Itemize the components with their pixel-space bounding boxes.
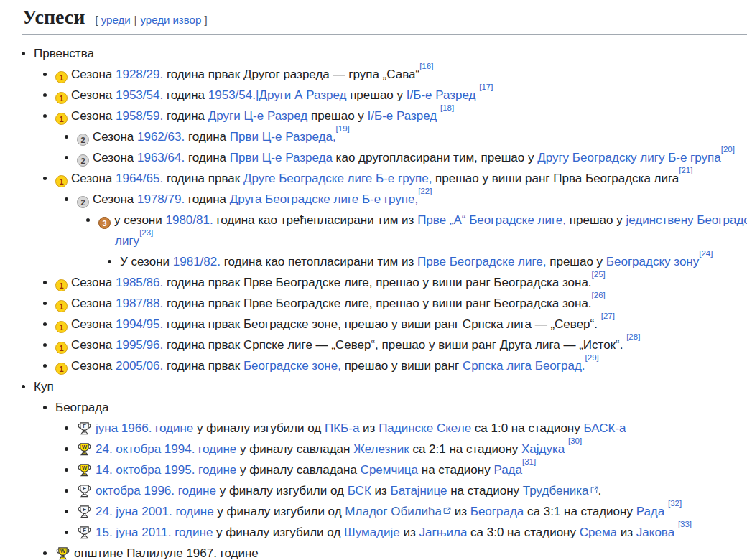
wiki-link[interactable]: I/Б-е Разред (368, 109, 437, 123)
reference-link[interactable]: [30] (568, 437, 582, 445)
wiki-link[interactable]: Први Ц-е Разреда (230, 151, 333, 164)
silver-medal-icon: 2 (77, 154, 89, 167)
list-item: БеоградаFјуна 1966. године у финалу изгу… (55, 397, 747, 543)
wiki-link[interactable]: 14. октобра 1995. године (96, 463, 236, 477)
wiki-link[interactable]: 15. јуна 2011. године (96, 526, 213, 539)
wiki-link[interactable]: 1964/65. (116, 172, 163, 185)
gold-medal-icon: 1 (55, 321, 68, 333)
reference-link[interactable]: [25] (592, 270, 606, 279)
wiki-link[interactable]: 1994/95. (116, 317, 163, 331)
wiki-link[interactable]: Железник (353, 442, 409, 456)
wiki-link[interactable]: Падинске Скеле (379, 421, 471, 435)
reference: [21] (679, 166, 692, 174)
list-item: Fоктобра 1996. године у финалу изгубили … (77, 480, 747, 501)
wiki-link[interactable]: 1980/81. (165, 213, 213, 227)
wiki-link[interactable]: 1962/63. (137, 130, 185, 144)
reference-link[interactable]: [31] (522, 457, 536, 466)
wiki-link[interactable]: 1995/96. (116, 338, 163, 352)
reference-link[interactable]: [33] (678, 520, 692, 528)
wiki-link[interactable]: Друга Београдске лиге Б-е групе, (230, 192, 418, 206)
text: Сезона (71, 67, 116, 81)
reference-link[interactable]: [32] (668, 499, 682, 508)
wiki-link[interactable]: Рада (636, 505, 665, 518)
reference-link[interactable]: [24] (699, 249, 713, 258)
wiki-link[interactable]: 1953/54.|Други А Разред (208, 88, 347, 102)
wiki-link[interactable]: Српска лига Београд. (463, 359, 585, 373)
gold-medal-icon: 1 (55, 71, 68, 83)
finalist-trophy-icon: F (77, 421, 92, 435)
reference-link[interactable]: [26] (592, 291, 606, 299)
winner-trophy-icon: W (77, 463, 92, 477)
reference: [24] (699, 249, 713, 258)
wiki-link[interactable]: Београдску зону (606, 255, 699, 269)
wiki-link[interactable]: јуна 1966. године (96, 421, 193, 435)
reference-link[interactable]: [17] (479, 83, 493, 91)
wiki-link[interactable]: ПКБ-а (325, 421, 359, 435)
wiki-link[interactable]: 1963/64. (137, 151, 185, 164)
wiki-link[interactable]: Јакова (636, 526, 674, 539)
wiki-link[interactable]: I/Б-е Разред (407, 88, 476, 102)
reference: [30] (568, 437, 582, 445)
external-link[interactable]: Младог Обилића (345, 505, 451, 518)
reference-link[interactable]: [27] (601, 312, 615, 320)
wiki-link[interactable]: Прве „А“ Београдске лиге, (417, 213, 566, 227)
list: Првенства1Сезона 1928/29. година првак Д… (22, 43, 747, 560)
text: у финалу савладана (236, 463, 360, 477)
edit-link[interactable]: уреди (101, 14, 131, 26)
wiki-link[interactable]: Батајнице (391, 484, 447, 498)
reference-link[interactable]: [16] (419, 62, 433, 70)
winner-trophy-icon: W (77, 442, 92, 456)
list-item: 2Сезона 1963/64. година Први Ц-е Разреда… (77, 147, 747, 168)
wiki-link[interactable]: Рада (493, 463, 522, 477)
bronze-medal-icon: 3 (98, 217, 111, 229)
wiki-link[interactable]: Београдске зоне, (243, 359, 341, 373)
reference-link[interactable]: [28] (626, 332, 640, 341)
reference-link[interactable]: [19] (336, 124, 350, 133)
wiki-link[interactable]: 24. октобра 1994. године (96, 442, 236, 456)
wiki-link[interactable]: јединствену Београдску прву (626, 213, 747, 227)
reference-link[interactable]: [23] (139, 228, 153, 237)
wiki-link[interactable]: Јагњила (419, 526, 468, 539)
wiki-link[interactable]: Срема (580, 526, 617, 539)
edit-source-link[interactable]: уреди извор (141, 14, 202, 26)
text: прешао у (307, 109, 367, 123)
wiki-link[interactable]: Шумадије (344, 526, 400, 539)
reference-link[interactable]: [29] (585, 353, 599, 362)
wiki-link[interactable]: 2005/06. (116, 359, 163, 373)
list: 2Сезона 1978/79. година Друга Београдске… (55, 189, 747, 272)
wiki-link[interactable]: БАСК-а (583, 421, 626, 435)
external-link[interactable]: Трудбеника (523, 484, 598, 498)
wiki-link[interactable]: Друге Београдске лиге Б-е групе, (243, 172, 432, 185)
reference-link[interactable]: [22] (418, 187, 432, 195)
wiki-link[interactable]: Другу Београдску лигу Б-е група (537, 151, 721, 164)
wiki-link[interactable]: Београда (470, 505, 524, 518)
wiki-link[interactable]: 1928/29. (116, 67, 163, 81)
wiki-link[interactable]: Прве Београдске лиге, (417, 255, 547, 269)
text: Првенства (34, 47, 94, 60)
wiki-link[interactable]: 1987/88. (116, 297, 163, 310)
reference-link[interactable]: [20] (721, 145, 735, 154)
wiki-link[interactable]: Хајдука (521, 442, 565, 456)
wiki-link[interactable]: Први Ц-е Разреда, (230, 130, 336, 144)
text: година (185, 192, 230, 206)
wiki-link[interactable]: 1985/86. (116, 276, 163, 289)
wiki-link[interactable]: 1958/59. (116, 109, 163, 123)
text: у финалу изгубили од (193, 421, 325, 435)
wiki-link[interactable]: лигу (115, 234, 139, 248)
wiki-link[interactable]: октобра 1996. године (96, 484, 216, 498)
wiki-link[interactable]: 1981/82. (173, 255, 221, 269)
reference: [18] (440, 103, 454, 112)
wiki-link[interactable]: БСК (348, 484, 371, 498)
wiki-link[interactable]: Други Ц-е Разред (208, 109, 307, 123)
wiki-link[interactable]: 1978/79. (137, 192, 185, 206)
wiki-link[interactable]: Сремчица (361, 463, 418, 477)
reference-link[interactable]: [21] (679, 166, 692, 174)
list: 3у сезони 1980/81. година као трећепласи… (77, 210, 747, 272)
wiki-link[interactable]: 24. јуна 2001. године (96, 505, 214, 518)
winner-trophy-icon: W (55, 546, 70, 560)
wrapped-line-1: 3у сезони 1980/81. година као трећепласи… (98, 210, 747, 230)
wiki-link[interactable]: 1953/54. (116, 88, 163, 102)
gold-medal-icon: 1 (55, 92, 68, 104)
reference: [32] (668, 499, 682, 508)
reference-link[interactable]: [18] (440, 103, 454, 112)
